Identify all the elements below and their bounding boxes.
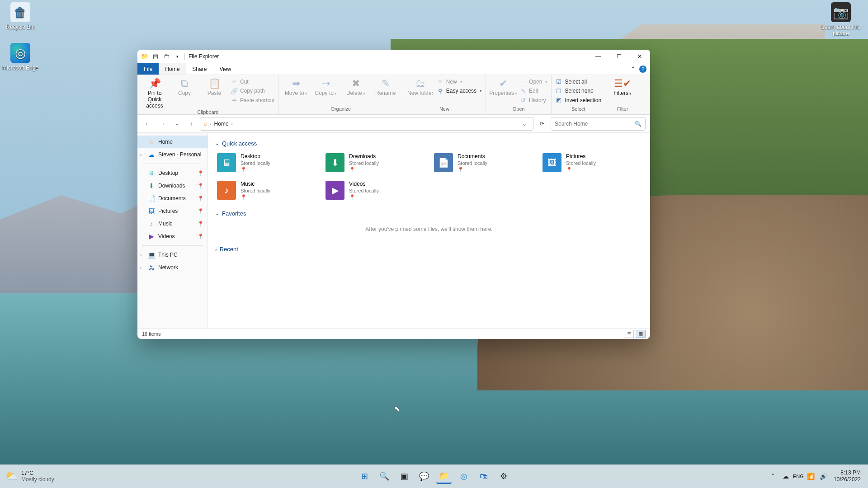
scissors-icon: ✂ — [231, 78, 238, 86]
titlebar[interactable]: 📁 ▤ 🗀 ▾ File Explorer — ☐ ✕ — [137, 50, 650, 63]
clock-date: 10/26/2022 — [834, 476, 861, 483]
sidebar-item-network[interactable]: ›🖧Network — [137, 261, 208, 274]
item-subtext: Stored locally — [241, 160, 270, 166]
back-button[interactable]: ← — [142, 118, 154, 130]
tab-home[interactable]: Home — [159, 63, 186, 75]
group-header-quick-access[interactable]: ⌄Quick access — [215, 140, 643, 147]
taskbar-edge-button[interactable]: ◎ — [456, 469, 472, 484]
desktop-icon-label: Microsoft Edge — [0, 65, 41, 71]
qat-new-folder-icon[interactable]: 🗀 — [162, 52, 171, 61]
group-label: Select — [555, 106, 601, 114]
home-icon: ⌂ — [204, 121, 207, 127]
sidebar-item-downloads[interactable]: ⬇Downloads📍 — [137, 179, 208, 192]
taskbar-tray: ˄ ☁ ENG 📶 🔊 8:13 PM 10/26/2022 — [763, 469, 868, 483]
ribbon-group-open: ✔Properties▾ ▭Open▾ ✎Edit ↺History Open — [486, 75, 552, 114]
tab-share[interactable]: Share — [186, 63, 213, 75]
maximize-button[interactable]: ☐ — [609, 50, 629, 63]
easy-access-button[interactable]: ⚲Easy access▾ — [437, 87, 482, 95]
tray-volume-icon[interactable]: 🔊 — [818, 471, 829, 482]
folder-icon: 🖥 — [217, 153, 236, 172]
sidebar-item-videos[interactable]: ▶Videos📍 — [137, 230, 208, 243]
sidebar-item-documents[interactable]: 📄Documents📍 — [137, 192, 208, 205]
chevron-right-icon[interactable]: › — [140, 253, 142, 258]
edit-button: ✎Edit — [519, 87, 547, 95]
taskbar-search-button[interactable]: 🔍 — [377, 469, 392, 484]
taskbar-clock[interactable]: 8:13 PM 10/26/2022 — [831, 469, 863, 483]
tray-language-icon[interactable]: ENG — [793, 471, 804, 482]
taskbar-chat-button[interactable]: 💬 — [416, 469, 432, 484]
tray-overflow-button[interactable]: ˄ — [768, 471, 778, 482]
tray-network-icon[interactable]: 📶 — [806, 471, 816, 482]
desktop-icon-learn-picture[interactable]: 📷 Learn about this picture — [821, 2, 861, 37]
refresh-button[interactable]: ⟳ — [536, 118, 548, 130]
copy-to-button: ⇢Copy to▾ — [312, 77, 340, 97]
search-input[interactable] — [555, 121, 632, 127]
invert-icon: ◩ — [555, 96, 562, 104]
item-subtext: Stored locally — [349, 188, 379, 193]
invert-selection-button[interactable]: ◩Invert selection — [555, 96, 601, 104]
quick-access-item[interactable]: 📄DocumentsStored locally📍 — [432, 151, 534, 174]
cut-button: ✂Cut — [231, 78, 275, 86]
desktop-icon-edge[interactable]: ◎ Microsoft Edge — [0, 43, 41, 71]
copy-button: ⧉ Copy — [171, 77, 198, 97]
weather-icon: ⛅ — [5, 470, 18, 482]
tray-onedrive-icon[interactable]: ☁ — [780, 471, 791, 482]
group-header-recent[interactable]: ›Recent — [215, 246, 643, 253]
chevron-right-icon: › — [231, 121, 233, 126]
app-icon[interactable]: 📁 — [140, 52, 149, 61]
sidebar-item-music[interactable]: ♪Music📍 — [137, 217, 208, 230]
view-details-button[interactable]: ≣ — [624, 330, 634, 338]
taskbar-store-button[interactable]: 🛍 — [476, 469, 491, 484]
search-box[interactable]: 🔍 — [551, 117, 646, 131]
taskbar: ⛅ 17°C Mostly cloudy ⊞ 🔍 ▣ 💬 📁 ◎ 🛍 ⚙ ˄ ☁… — [0, 465, 868, 488]
paste-button: 📋 Paste — [201, 77, 228, 97]
ribbon-group-organize: ➡Move to▾ ⇢Copy to▾ ✖Delete▾ ✎Rename Org… — [279, 75, 403, 114]
task-view-button[interactable]: ▣ — [396, 469, 412, 484]
up-button[interactable]: ↑ — [185, 118, 197, 130]
paste-shortcut-button: ➦Paste shortcut — [231, 96, 275, 104]
taskbar-settings-button[interactable]: ⚙ — [496, 469, 511, 484]
select-none-button[interactable]: ☐Select none — [555, 87, 601, 95]
taskbar-weather[interactable]: ⛅ 17°C Mostly cloudy — [0, 470, 60, 483]
qat-customize-icon[interactable]: ▾ — [173, 52, 182, 61]
taskbar-file-explorer-button[interactable]: 📁 — [436, 469, 452, 484]
filters-button[interactable]: ☰✔Filters▾ — [609, 77, 636, 97]
minimize-button[interactable]: — — [588, 50, 609, 63]
view-large-icons-button[interactable]: ▦ — [636, 330, 646, 338]
tab-file[interactable]: File — [137, 63, 159, 75]
breadcrumb-item[interactable]: Home — [214, 121, 229, 127]
quick-access-item[interactable]: ▶VideosStored locally📍 — [324, 179, 426, 202]
video-icon: ▶ — [147, 233, 156, 240]
quick-access-item[interactable]: 🖥DesktopStored locally📍 — [215, 151, 317, 174]
sidebar-item-onedrive[interactable]: ›☁Steven - Personal — [137, 148, 208, 161]
item-name: Documents — [458, 153, 487, 160]
tab-view[interactable]: View — [213, 63, 237, 75]
sidebar-item-this-pc[interactable]: ›💻This PC — [137, 249, 208, 261]
sidebar-item-desktop[interactable]: 🖥Desktop📍 — [137, 167, 208, 179]
forward-button[interactable]: → — [156, 118, 168, 130]
group-header-favorites[interactable]: ⌄Favorites — [215, 210, 643, 217]
chevron-right-icon[interactable]: › — [140, 265, 142, 270]
pin-icon: 📍 — [241, 167, 270, 173]
breadcrumb[interactable]: ⌂ › Home › ⌄ — [200, 117, 533, 131]
quick-access-toolbar: 📁 ▤ 🗀 ▾ — [137, 52, 184, 61]
sidebar-item-home[interactable]: ⌂Home — [137, 136, 208, 148]
pin-icon: 📍 — [198, 183, 204, 189]
document-icon: 📄 — [147, 195, 156, 202]
chevron-right-icon[interactable]: › — [140, 152, 142, 157]
recent-locations-button[interactable]: ⌄ — [171, 118, 183, 130]
qat-properties-icon[interactable]: ▤ — [151, 52, 160, 61]
pin-to-quick-access-button[interactable]: 📌 Pin to Quick access — [141, 77, 168, 109]
open-button: ▭Open▾ — [519, 78, 547, 86]
quick-access-item[interactable]: 🖼PicturesStored locally📍 — [541, 151, 643, 174]
quick-access-item[interactable]: ⬇DownloadsStored locally📍 — [324, 151, 426, 174]
desktop-icon-recycle-bin[interactable]: 🗑 Recycle Bin — [0, 2, 41, 30]
breadcrumb-dropdown-icon[interactable]: ⌄ — [519, 121, 529, 127]
help-icon[interactable]: ? — [639, 66, 646, 73]
quick-access-item[interactable]: ♪MusicStored locally📍 — [215, 179, 317, 202]
sidebar-item-pictures[interactable]: 🖼Pictures📍 — [137, 205, 208, 217]
select-all-button[interactable]: ☑Select all — [555, 78, 601, 86]
close-button[interactable]: ✕ — [629, 50, 650, 63]
ribbon-collapse-icon[interactable]: ⌃ — [631, 66, 636, 72]
start-button[interactable]: ⊞ — [357, 469, 372, 484]
